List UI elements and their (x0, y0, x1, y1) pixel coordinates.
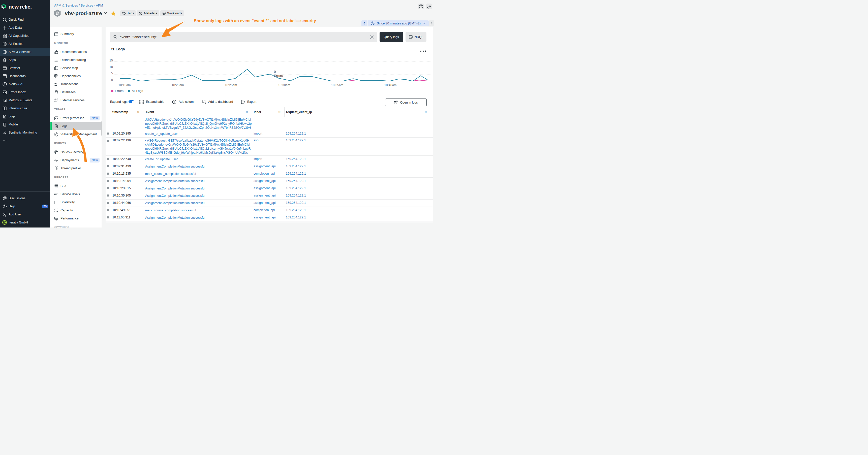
svg-text:10:40am: 10:40am (384, 84, 397, 87)
svg-text:5: 5 (111, 71, 113, 75)
svg-text:10:25am: 10:25am (225, 84, 237, 87)
svg-text:10:20am: 10:20am (172, 84, 184, 87)
svg-text:15: 15 (110, 59, 113, 62)
svg-text:0: 0 (111, 78, 113, 82)
svg-text:Errors: Errors (274, 74, 283, 77)
svg-text:0: 0 (274, 70, 276, 73)
svg-text:10:30am: 10:30am (278, 84, 290, 87)
svg-text:10:15am: 10:15am (119, 84, 131, 87)
svg-text:10:35am: 10:35am (331, 84, 343, 87)
svg-text:10: 10 (110, 65, 113, 69)
